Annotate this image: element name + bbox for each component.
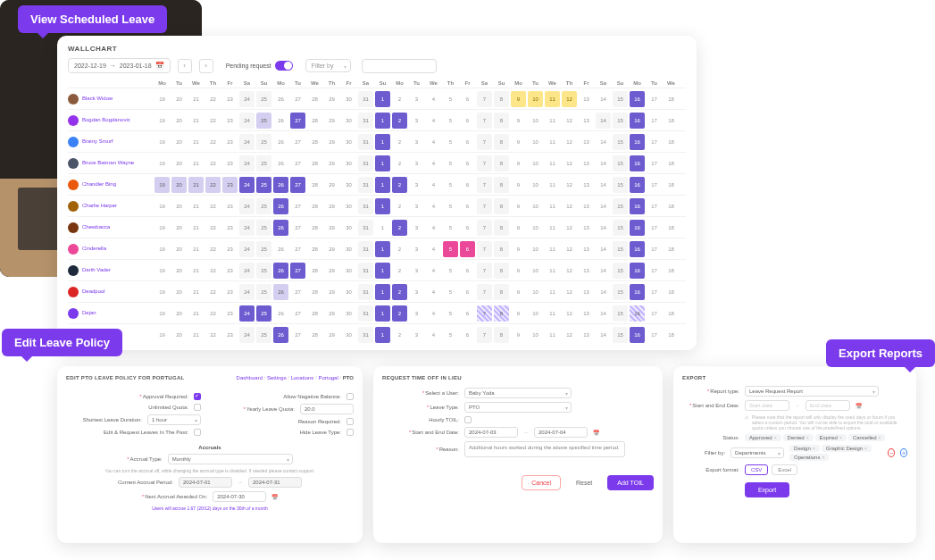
day-cell[interactable]: 19 (154, 134, 170, 150)
day-cell[interactable]: 16 (630, 113, 645, 129)
day-cell[interactable]: 11 (545, 198, 560, 214)
day-cell[interactable]: 12 (562, 305, 577, 322)
day-cell[interactable]: 30 (341, 263, 356, 279)
day-cell[interactable]: 23 (222, 241, 238, 257)
day-cell[interactable]: 9 (511, 241, 526, 257)
day-cell[interactable]: 31 (358, 198, 373, 214)
day-cell[interactable]: 9 (511, 134, 526, 150)
day-cell[interactable]: 16 (630, 284, 645, 300)
day-cell[interactable]: 25 (256, 91, 271, 107)
day-cell[interactable]: 16 (630, 134, 645, 150)
day-cell[interactable]: 7 (477, 263, 492, 279)
day-cell[interactable]: 31 (358, 263, 373, 279)
day-cell[interactable]: 19 (154, 327, 170, 343)
day-cell[interactable]: 31 (358, 241, 373, 257)
day-cell[interactable]: 28 (307, 113, 322, 129)
day-cell[interactable]: 27 (290, 198, 305, 214)
day-cell[interactable]: 8 (494, 198, 509, 214)
export-date-to[interactable]: End date (806, 400, 850, 411)
day-cell[interactable]: 24 (239, 305, 255, 322)
day-cell[interactable]: 23 (222, 177, 238, 193)
day-cell[interactable]: 12 (562, 327, 577, 343)
report-type-select[interactable]: Leave Request Report▾ (745, 386, 879, 397)
day-cell[interactable]: 4 (426, 220, 441, 236)
day-cell[interactable]: 2 (392, 284, 407, 300)
day-cell[interactable]: 11 (545, 91, 560, 107)
day-cell[interactable]: 23 (222, 327, 238, 343)
day-cell[interactable]: 2 (392, 177, 407, 193)
day-cell[interactable]: 26 (273, 198, 288, 214)
close-icon[interactable]: × (879, 435, 881, 440)
toil-date-from[interactable]: 2024-07-03 (464, 427, 518, 438)
day-cell[interactable]: 24 (239, 241, 255, 257)
day-cell[interactable]: 13 (579, 91, 594, 107)
format-excel-button[interactable]: Excel (772, 464, 797, 475)
day-cell[interactable]: 7 (477, 177, 492, 193)
day-cell[interactable]: 17 (647, 220, 662, 236)
day-cell[interactable]: 6 (460, 263, 475, 279)
day-cell[interactable]: 8 (494, 113, 509, 129)
day-cell[interactable]: 6 (460, 284, 475, 300)
day-cell[interactable]: 23 (222, 91, 238, 107)
day-cell[interactable]: 11 (545, 284, 560, 300)
day-cell[interactable]: 29 (324, 198, 339, 214)
day-cell[interactable]: 22 (205, 327, 221, 343)
day-cell[interactable]: 14 (596, 198, 611, 214)
day-cell[interactable]: 4 (426, 134, 441, 150)
day-cell[interactable]: 24 (239, 198, 255, 214)
day-cell[interactable]: 1 (375, 263, 390, 279)
day-cell[interactable]: 9 (511, 220, 526, 236)
day-cell[interactable]: 13 (579, 177, 594, 193)
day-cell[interactable]: 11 (545, 327, 560, 343)
day-cell[interactable]: 18 (664, 263, 679, 279)
day-cell[interactable]: 20 (171, 91, 187, 107)
day-cell[interactable]: 4 (426, 241, 441, 257)
day-cell[interactable]: 31 (358, 155, 373, 171)
day-cell[interactable]: 18 (664, 241, 679, 257)
day-cell[interactable]: 17 (647, 241, 662, 257)
breadcrumb-item[interactable]: Portugal (318, 375, 338, 380)
day-cell[interactable]: 9 (511, 177, 526, 193)
day-cell[interactable]: 9 (511, 327, 526, 343)
employee-cell[interactable]: Chewbacca (68, 222, 154, 233)
day-cell[interactable]: 9 (511, 155, 526, 171)
day-cell[interactable]: 10 (528, 113, 543, 129)
toil-date-to[interactable]: 2024-07-04 (534, 427, 588, 438)
day-cell[interactable]: 14 (596, 155, 611, 171)
day-cell[interactable]: 23 (222, 198, 238, 214)
day-cell[interactable]: 24 (239, 327, 255, 343)
day-cell[interactable]: 8 (494, 134, 509, 150)
day-cell[interactable]: 6 (460, 91, 475, 107)
day-cell[interactable]: 1 (375, 198, 390, 214)
day-cell[interactable]: 21 (188, 155, 204, 171)
day-cell[interactable]: 6 (460, 113, 475, 129)
day-cell[interactable]: 18 (664, 113, 679, 129)
day-cell[interactable]: 16 (630, 305, 645, 322)
day-cell[interactable]: 22 (205, 263, 221, 279)
day-cell[interactable]: 14 (596, 263, 611, 279)
status-chip[interactable]: Approved × (745, 434, 781, 441)
day-cell[interactable]: 10 (528, 263, 543, 279)
day-cell[interactable]: 27 (290, 284, 305, 300)
cancel-button[interactable]: Cancel (522, 475, 561, 490)
day-cell[interactable]: 26 (273, 91, 288, 107)
day-cell[interactable]: 29 (324, 327, 339, 343)
close-icon[interactable]: × (774, 435, 777, 440)
day-cell[interactable]: 13 (579, 220, 594, 236)
breadcrumb-item[interactable]: Locations (291, 375, 314, 380)
date-range-picker[interactable]: 2022-12-19 → 2023-01-18 📅 (68, 58, 171, 73)
day-cell[interactable]: 18 (664, 220, 679, 236)
day-cell[interactable]: 4 (426, 113, 441, 129)
day-cell[interactable]: 31 (358, 305, 373, 322)
day-cell[interactable]: 3 (409, 198, 424, 214)
breadcrumb-item[interactable]: Dashboard (237, 375, 263, 380)
day-cell[interactable]: 24 (239, 91, 255, 107)
day-cell[interactable]: 1 (375, 284, 390, 300)
day-cell[interactable]: 27 (290, 327, 305, 343)
day-cell[interactable]: 15 (613, 263, 628, 279)
close-icon[interactable]: × (864, 446, 867, 451)
format-csv-button[interactable]: CSV (745, 464, 768, 475)
day-cell[interactable]: 6 (460, 220, 475, 236)
day-cell[interactable]: 20 (171, 284, 187, 300)
day-cell[interactable]: 21 (188, 220, 204, 236)
